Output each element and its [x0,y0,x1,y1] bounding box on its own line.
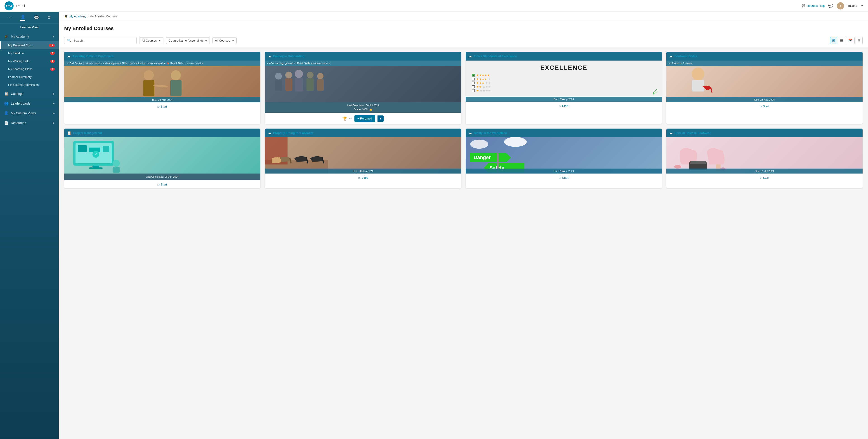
breadcrumb-my-academy[interactable]: My Academy [69,15,86,18]
card-footer: 🏆 ✏ + Re-enroll ▼ [265,113,461,124]
start-button[interactable]: ▷ Start [158,105,167,108]
card-footer: ▷ Start [466,174,662,182]
header-left: Fina Retail [4,1,25,10]
course-title[interactable]: Employee Onboarding [273,55,305,58]
course-thumbnail: Danger Safety [466,137,662,174]
course-icon: ☁ [468,131,472,135]
course-title[interactable]: Fina's Standards of Excellence [474,55,517,58]
svg-point-36 [274,157,276,159]
avatar[interactable]: T [837,2,844,9]
leaderboards-label: Leaderboards [11,102,30,105]
sidebar-item-resources[interactable]: 📄 Resources ▶ [0,118,59,128]
course-title[interactable]: Project Management [73,131,102,135]
course-title[interactable]: Special Release Footwear [675,131,711,135]
list-view-button[interactable]: ☰ [838,37,845,44]
svg-rect-27 [113,167,120,173]
search-box[interactable]: 🔍 [64,37,136,44]
compact-view-button[interactable]: ⊟ [856,37,863,44]
svg-rect-47 [690,161,706,164]
card-footer: ▷ Start [666,102,863,110]
waiting-badge: 1 [50,60,55,63]
header-right: 💬 Request Help 💬 T Tatiana ▼ [802,2,864,9]
search-icon: 🔍 [67,38,72,43]
reenroll-dropdown-button[interactable]: ▼ [377,116,384,122]
academy-label: My Academy [11,35,29,38]
start-button[interactable]: ▷ Start [559,104,568,107]
course-card-footwear-styles: ☁ Footwear Styles 🏷 Products: footwear [666,52,863,124]
sidebar-item-catalogs[interactable]: 📋 Catalogs ▶ [0,89,59,98]
edit-icon[interactable]: ✏ [349,116,352,121]
course-title[interactable]: Footwear Styles [675,55,697,58]
filter-all-courses-2[interactable]: All Courses ▼ [213,37,237,44]
catalogs-arrow: ▶ [53,92,55,95]
request-help-button[interactable]: 💬 Request Help [802,4,825,7]
chat-sidebar-icon[interactable]: 💬 [34,15,39,20]
user-dropdown-icon[interactable]: ▼ [861,4,864,7]
svg-point-11 [307,72,313,79]
course-title[interactable]: Properly Fitting for Footwear [273,131,313,135]
settings-icon[interactable]: ⚙ [47,15,51,20]
user-icon[interactable]: 👤 [20,14,25,21]
calendar-view-button[interactable]: 📅 [846,37,855,44]
sidebar-item-learner-summary[interactable]: Learner Summary [0,73,59,81]
start-button[interactable]: ▷ Start [158,183,167,186]
start-button[interactable]: ▷ Start [358,176,368,179]
sidebar-top-icons: ← 👤 💬 ⚙ [0,12,59,24]
logo[interactable]: Fina [4,1,13,10]
start-button[interactable]: ▷ Start [760,176,769,179]
due-date: Due: 28-Aug-2024 [466,168,662,174]
course-title[interactable]: Safety in the Workplace [474,131,507,135]
course-card-special-release-footwear: ☁ Special Release Footwear [666,129,863,188]
plans-badge: 2 [50,68,55,71]
due-date: Due: 28-Aug-2024 [466,97,662,102]
chat-icon[interactable]: 💬 [828,3,833,8]
academy-icon: 🎓 [4,34,8,39]
custom-views-label: My Custom Views [11,112,36,115]
sidebar-item-leaderboards[interactable]: 👥 Leaderboards ▶ [0,98,59,108]
trophy-icon[interactable]: 🏆 [342,116,347,121]
svg-rect-1 [143,80,154,96]
start-button[interactable]: ▷ Start [760,104,769,108]
sidebar-item-ext-course-submission[interactable]: Ext Course Submission [0,81,59,89]
svg-point-2 [171,70,181,80]
filter-sort[interactable]: Course Name (ascending) ▼ [166,37,210,44]
svg-point-35 [272,158,274,160]
sidebar-nav: 🎓 My Academy ▼ My Enrolled Cou... 11 My … [0,32,59,439]
grid-view-button[interactable]: ⊞ [830,37,837,44]
back-icon[interactable]: ← [8,15,12,20]
sidebar-item-my-timeline[interactable]: My Timeline 3 [0,49,59,57]
sidebar: ← 👤 💬 ⚙ Learner View 🎓 My Academy ▼ My E… [0,12,59,439]
top-header: Fina Retail 💬 Request Help 💬 T Tatiana ▼ [0,0,868,12]
course-card-assisting-difficult-customers: ☁ Assisting Difficult Customers 🏷 Call C… [64,52,260,124]
svg-point-39 [470,139,488,149]
reenroll-button[interactable]: + Re-enroll [354,115,375,122]
sidebar-item-my-learning-plans[interactable]: My Learning Plans 2 [0,65,59,73]
course-thumbnail: ✓ [64,137,260,174]
svg-point-9 [295,70,303,78]
course-icon: ☁ [67,54,70,58]
course-card-properly-fitting-for-footwear: ☁ Properly Fitting for Footwear [265,129,461,188]
timeline-label: My Timeline [8,52,24,55]
course-thumbnail [666,66,863,102]
sidebar-item-my-custom-views[interactable]: 👤 My Custom Views ▶ [0,108,59,118]
academy-subnav: My Enrolled Cou... 11 My Timeline 3 My W… [0,41,59,89]
card-image-area: Danger Safety Due: 28-Aug-2024 [466,137,662,174]
card-image-area: 🏷 Call Center: customer service 🏷 Manage… [64,61,260,102]
svg-rect-3 [170,80,182,96]
card-footer: ▷ Start [466,102,662,110]
svg-point-37 [276,157,278,159]
course-icon: ☁ [669,131,673,135]
card-header: ☁ Footwear Styles [666,52,863,61]
sidebar-item-my-enrolled-courses[interactable]: My Enrolled Cou... 11 [0,41,59,49]
tag: 🏷 Products: footwear [669,62,692,65]
filter-all-courses-1[interactable]: All Courses ▼ [139,37,163,44]
user-name[interactable]: Tatiana [848,4,857,7]
sidebar-item-my-waiting-lists[interactable]: My Waiting Lists 1 [0,57,59,65]
course-title[interactable]: Assisting Difficult Customers [72,55,114,58]
sidebar-item-my-academy[interactable]: 🎓 My Academy ▼ [0,32,59,41]
tag: 🏷 Call Center: customer service [66,62,102,65]
search-input[interactable] [73,39,133,42]
start-button[interactable]: ▷ Start [559,176,568,179]
svg-line-17 [711,89,712,93]
breadcrumb-icon: 🎓 [64,14,68,18]
